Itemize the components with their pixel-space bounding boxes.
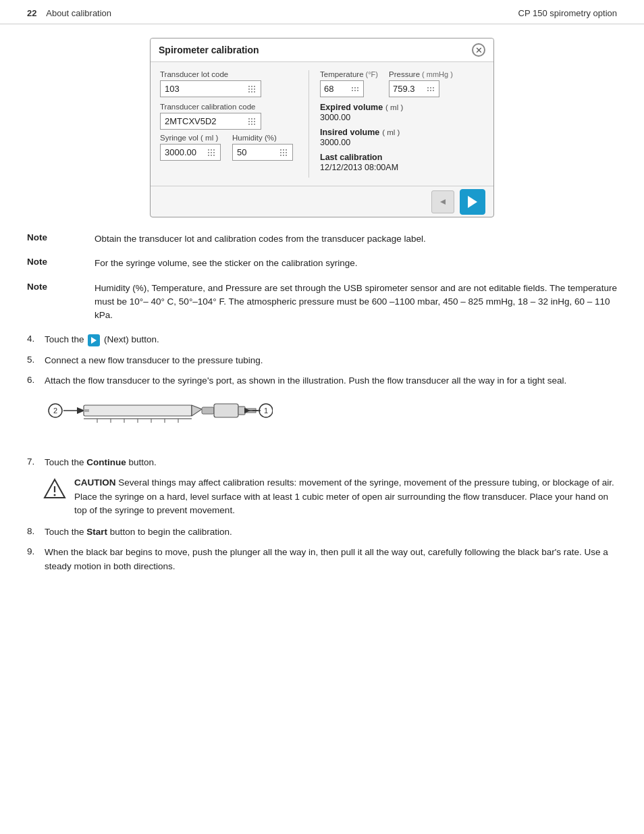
spirometer-calibration-dialog[interactable]: Spirometer calibration ✕ Transducer lot … [150,38,494,217]
transducer-lot-input[interactable]: 103 [160,80,261,97]
svg-rect-10 [238,407,245,415]
section-title: About calibration [46,8,111,18]
step-8-num: 8. [27,525,45,536]
svg-marker-7 [192,405,202,416]
note-row-1: Note Obtain the transducer lot and calib… [27,232,617,246]
insired-vol-value: 3000.00 [320,138,484,147]
step-5-text: Connect a new flow transducer to the pre… [45,354,617,367]
svg-text:2: 2 [53,407,57,415]
header-left: 22 About calibration [27,8,111,18]
svg-marker-0 [440,199,446,205]
temperature-group: Temperature (°F) 68 [320,70,378,97]
next-arrow-icon [468,196,477,208]
humidity-group: Humidity (%) 50 [232,134,298,161]
step-4-row: 4. Touch the (Next) button. [27,333,617,346]
dialog-titlebar: Spirometer calibration ✕ [151,38,493,62]
step-9-row: 9. When the black bar begins to move, pu… [27,546,617,573]
step-9-text: When the black bar begins to move, push … [45,546,617,573]
transducer-cal-value: 2MTCXV5D2 [165,116,217,126]
last-cal-title: Last calibration [320,153,484,162]
next-button[interactable] [460,189,485,215]
note-label-3: Note [27,282,95,292]
step-5-num: 5. [27,354,45,365]
last-cal-value: 12/12/2013 08:00AM [320,163,484,172]
svg-rect-8 [202,407,214,414]
insired-vol-title: Insired volume ( ml ) [320,128,484,137]
doc-title: CP 150 spirometry option [518,8,617,18]
note-text-1: Obtain the transducer lot and calibratio… [95,232,617,246]
svg-text:1: 1 [264,407,268,415]
note-label-1: Note [27,232,95,242]
pressure-input: 759.3 [389,80,439,97]
next-inline-icon [88,334,100,346]
insired-volume-line: Insired volume ( ml ) 3000.00 [320,128,484,147]
last-calibration-line: Last calibration 12/12/2013 08:00AM [320,153,484,172]
pressure-value: 759.3 [393,84,415,94]
humidity-label: Humidity (%) [232,134,298,142]
syringe-vol-group: Syringe vol ( ml ) 3000.00 [160,134,225,161]
dialog-wrapper: Spirometer calibration ✕ Transducer lot … [27,38,617,217]
spinner-dots-1 [248,86,257,93]
step-7-row: 7. Touch the Continue button. [27,456,617,469]
next-inline-arrow-icon [91,337,97,344]
pressure-label: Pressure ( mmHg ) [389,70,453,78]
spinner-dots-6 [427,87,435,91]
step-7-text: Touch the Continue button. [45,456,617,469]
transducer-lot-label: Transducer lot code [160,70,298,78]
close-button[interactable]: ✕ [472,43,485,57]
note-row-2: Note For the syringe volume, see the sti… [27,257,617,270]
step-8-row: 8. Touch the Start button to begin the c… [27,525,617,539]
continue-word: Continue [86,457,126,467]
temperature-label: Temperature (°F) [320,70,378,78]
temperature-value: 68 [324,84,333,94]
temp-pressure-row: Temperature (°F) 68 [320,70,484,97]
step-4-num: 4. [27,333,45,344]
notes-section: Note Obtain the transducer lot and calib… [27,232,617,322]
dialog-footer [151,186,493,217]
pressure-group: Pressure ( mmHg ) 759.3 [389,70,453,97]
step-5-row: 5. Connect a new flow transducer to the … [27,354,617,367]
syringe-humidity-row: Syringe vol ( ml ) 3000.00 [160,134,298,161]
spinner-dots-2 [248,118,257,125]
step-4-text: Touch the (Next) button. [45,333,617,346]
humidity-input[interactable]: 50 [232,144,293,161]
prev-arrow-icon [439,198,447,206]
note-label-2: Note [27,257,95,267]
step-6-text: Attach the flow transducer to the syring… [45,374,617,388]
humidity-value: 50 [237,147,246,157]
expired-vol-value: 3000.00 [320,113,484,122]
header-separator [39,8,44,18]
caution-title: CAUTION [74,477,116,488]
caution-body: Several things may affect calibration re… [74,477,614,515]
right-info-section: Expired volume ( ml ) 3000.00 Insired vo… [320,103,484,172]
dialog-left-column: Transducer lot code 103 Transducer calib… [160,70,308,178]
dialog-title: Spirometer calibration [159,45,259,55]
caution-block: CAUTION Several things may affect calibr… [43,476,617,517]
svg-rect-5 [84,405,192,416]
step-9-num: 9. [27,546,45,556]
note-text-3: Humidity (%), Temperature, and Pressure … [95,282,617,323]
steps-section: 4. Touch the (Next) button. 5. Connect a… [27,333,617,573]
step-7-num: 7. [27,456,45,467]
syringe-vol-value: 3000.00 [165,147,196,157]
page-number: 22 [27,8,36,18]
dialog-body: Transducer lot code 103 Transducer calib… [151,62,493,183]
note-row-3: Note Humidity (%), Temperature, and Pres… [27,282,617,323]
expired-vol-title: Expired volume ( ml ) [320,103,484,112]
spinner-dots-4 [280,149,288,156]
syringe-vol-input[interactable]: 3000.00 [160,144,221,161]
transducer-cal-input[interactable]: 2MTCXV5D2 [160,113,261,130]
spinner-dots-5 [352,87,360,91]
start-word: Start [86,527,107,537]
temperature-input: 68 [320,80,364,97]
illustration-wrapper: 2 [43,397,617,446]
expired-volume-line: Expired volume ( ml ) 3000.00 [320,103,484,122]
step-6-num: 6. [27,374,45,385]
note-text-2: For the syringe volume, see the sticker … [95,257,617,270]
prev-button[interactable] [431,190,454,213]
svg-rect-9 [214,404,238,417]
svg-point-27 [54,494,56,496]
step-8-text: Touch the Start button to begin the cali… [45,525,617,539]
spinner-dots-3 [208,149,216,156]
transducer-cal-label: Transducer calibration code [160,103,298,111]
